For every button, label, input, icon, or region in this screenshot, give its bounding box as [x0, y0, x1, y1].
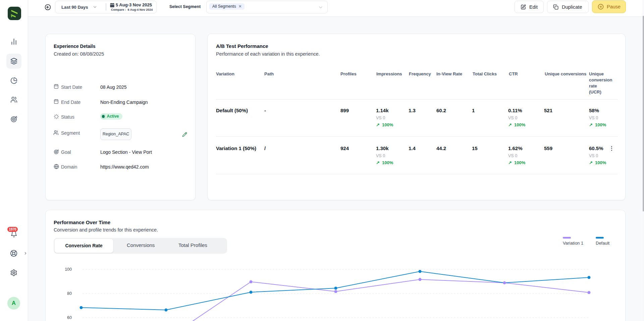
svg-text:80: 80 [67, 291, 72, 296]
svg-text:60: 60 [67, 315, 72, 320]
svg-text:100: 100 [65, 267, 72, 272]
